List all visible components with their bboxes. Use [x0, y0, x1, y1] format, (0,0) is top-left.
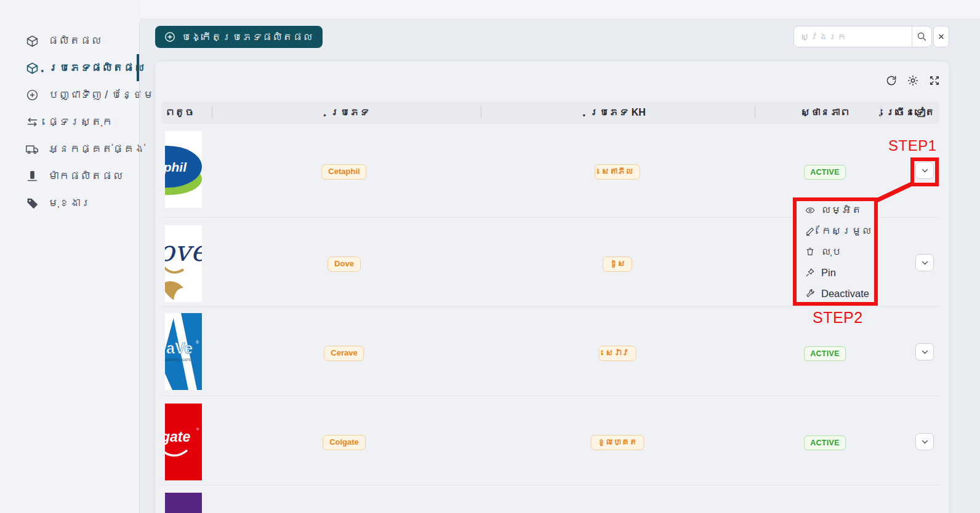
- plus-circle-icon: [164, 31, 175, 42]
- sidebar-item-label: អ្នកផ្គត់ផ្គង់: [48, 143, 145, 156]
- brand-kh-badge: សេតាភីល: [595, 164, 640, 180]
- brand-logo-cerave: aVe DERMATOLOGISTS ®: [165, 313, 202, 390]
- package-icon: [26, 62, 39, 74]
- brand-logo-colgate: gate ®: [165, 404, 202, 480]
- brand-badge: Dove: [327, 256, 361, 272]
- logo-text: aphil: [165, 160, 187, 174]
- sidebar-item-label: មុខងារ: [48, 197, 91, 210]
- sidebar-item-label: ផ្ទេរស្តុក: [48, 116, 113, 129]
- tag-icon: [26, 197, 39, 210]
- create-category-button[interactable]: បង្កើតប្រភេទផលិតផល: [155, 26, 323, 48]
- svg-text:®: ®: [196, 340, 199, 344]
- gear-icon[interactable]: [906, 73, 920, 87]
- logo-text: aVe: [166, 340, 193, 357]
- brand-badge: Cetaphil: [321, 164, 366, 180]
- truck-icon: [26, 143, 39, 156]
- brand-logo-dove: ove: [165, 225, 202, 302]
- brand-icon: [26, 170, 39, 183]
- sidebar-item-product-brands[interactable]: ម៉ាកផលិតផល: [0, 162, 139, 189]
- create-category-label: បង្កើតប្រភេទផលិតផល: [181, 31, 313, 43]
- sidebar-item-label: ផលិតផល: [48, 34, 102, 47]
- brand-kh-badge: សេរ៉ាវ: [599, 346, 637, 361]
- header-divider: [755, 106, 755, 119]
- logo-text: ove: [165, 234, 202, 268]
- plus-circle-icon: [26, 89, 39, 101]
- brand-badge: Colgate: [323, 435, 366, 450]
- card-toolbar: [884, 73, 941, 87]
- column-header-category-kh: ប្រភេទ KH: [485, 101, 750, 124]
- logo-text: gate: [165, 429, 191, 445]
- column-header-thumbnail: ពតូច: [165, 101, 195, 124]
- status-badge: ACTIVE: [804, 435, 846, 450]
- step2-annotation: STEP2: [813, 309, 863, 327]
- row-divider: [162, 485, 939, 485]
- brand-kh-badge: ដូស: [603, 256, 632, 272]
- row-divider: [162, 306, 939, 307]
- svg-text:®: ®: [196, 427, 199, 431]
- brand-logo-cetaphil: aphil: [165, 131, 202, 208]
- transfer-icon: [26, 116, 39, 129]
- step1-annotation: STEP1: [888, 137, 937, 154]
- row-divider: [162, 396, 939, 396]
- sidebar-item-suppliers[interactable]: អ្នកផ្គត់ផ្គង់: [0, 135, 139, 162]
- brand-logo-partial: [165, 493, 202, 513]
- table-header: ពតូច ប្រភេទ ប្រភេទ KH ស្ថានភាព ច្រើនទៀត: [162, 101, 939, 124]
- package-icon: [26, 34, 39, 47]
- step1-highlight-box: [910, 157, 939, 186]
- row-actions-button[interactable]: [915, 343, 934, 360]
- status-badge: ACTIVE: [804, 165, 846, 180]
- column-header-more: ច្រើនទៀត: [881, 101, 939, 124]
- sidebar-item-transfer-stock[interactable]: ផ្ទេរស្តុក: [0, 108, 139, 135]
- sidebar-menu: ផលិតផល ប្រភេទផលិតផល បញ្ជាទិញ / បន្ថែមស្ត…: [0, 27, 139, 217]
- sidebar-item-products[interactable]: ផលិតផល: [0, 27, 139, 54]
- column-header-category: ប្រភេទ: [217, 101, 482, 124]
- sidebar: ផលិតផល ប្រភេទផលិតផល បញ្ជាទិញ / បន្ថែមស្ត…: [0, 0, 140, 513]
- close-icon[interactable]: [933, 26, 949, 47]
- brand-badge: Cerave: [324, 346, 364, 361]
- header-divider: [481, 106, 481, 119]
- top-strip: [0, 0, 980, 18]
- status-badge: ACTIVE: [804, 346, 846, 361]
- sidebar-item-product-categories[interactable]: ប្រភេទផលិតផល: [0, 54, 139, 81]
- logo-subtext: DERMATOLOGISTS: [165, 359, 191, 362]
- sidebar-divider: [139, 23, 140, 513]
- row-actions-button[interactable]: [915, 433, 934, 450]
- expand-icon[interactable]: [927, 73, 941, 87]
- sidebar-item-label: ប្រភេទផលិតផល: [48, 62, 145, 74]
- header-divider: [212, 106, 212, 119]
- row-actions-button[interactable]: [915, 254, 934, 271]
- search-icon[interactable]: [912, 26, 931, 47]
- sidebar-item-functions[interactable]: មុខងារ: [0, 189, 139, 217]
- search-input[interactable]: [794, 26, 912, 47]
- app-window: ផលិតផល ប្រភេទផលិតផល បញ្ជាទិញ / បន្ថែមស្ត…: [0, 0, 980, 513]
- sidebar-item-label: ម៉ាកផលិតផល: [48, 170, 124, 183]
- column-header-status: ស្ថានភាព: [762, 101, 888, 124]
- brand-kh-badge: ខូលហ្គេត: [591, 435, 645, 450]
- step2-highlight-box: [793, 197, 878, 306]
- header-divider: [880, 106, 881, 119]
- refresh-icon[interactable]: [884, 73, 898, 87]
- search-box: [793, 26, 932, 47]
- sidebar-item-order-add-stock[interactable]: បញ្ជាទិញ / បន្ថែមស្តុក: [0, 81, 139, 108]
